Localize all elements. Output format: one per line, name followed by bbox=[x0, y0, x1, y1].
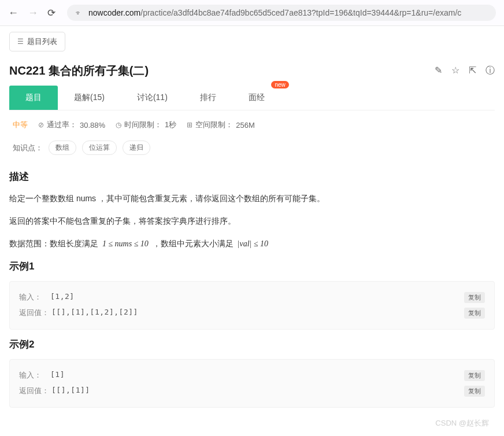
meta-row: 中等 ⊘ 通过率： 30.88% ◷ 时间限制： 1秒 ⊞ 空间限制： 256M bbox=[9, 120, 495, 130]
example-1-block: 输入： [1,2] 复制 返回值： [[],[1],[1,2],[2]] 复制 bbox=[9, 281, 495, 330]
copy-button[interactable]: 复制 bbox=[464, 386, 485, 397]
math-range-1: 1 ≤ nums ≤ 10 bbox=[101, 239, 150, 248]
example-input-value: [1] bbox=[50, 370, 65, 380]
example-input-label: 输入： bbox=[19, 370, 48, 380]
example-return-value: [[],[1],[1,2],[2]] bbox=[51, 308, 138, 318]
site-info-icon: ᯤ bbox=[75, 9, 83, 17]
title-actions: ✎ ☆ ⇱ ⓘ bbox=[435, 65, 495, 77]
problem-list-button[interactable]: ☰ 题目列表 bbox=[9, 32, 65, 51]
copy-button[interactable]: 复制 bbox=[464, 292, 485, 303]
page-title: NC221 集合的所有子集(二) bbox=[9, 63, 149, 79]
page-content: ☰ 题目列表 NC221 集合的所有子集(二) ✎ ☆ ⇱ ⓘ 题目 题解(15… bbox=[0, 26, 504, 436]
copy-button[interactable]: 复制 bbox=[464, 370, 485, 381]
watermark: CSDN @赵长辉 bbox=[9, 408, 495, 431]
list-icon: ☰ bbox=[17, 38, 24, 46]
example-return-label: 返回值： bbox=[19, 308, 49, 318]
description-heading: 描述 bbox=[9, 170, 495, 183]
reload-button[interactable]: ⟳ bbox=[47, 7, 55, 19]
title-row: NC221 集合的所有子集(二) ✎ ☆ ⇱ ⓘ bbox=[9, 63, 495, 79]
star-icon[interactable]: ☆ bbox=[451, 65, 459, 77]
pass-rate: ⊘ 通过率： 30.88% bbox=[38, 120, 105, 130]
check-icon: ⊘ bbox=[38, 121, 44, 129]
knowledge-row: 知识点： 数组 位运算 递归 bbox=[9, 141, 495, 155]
copy-button[interactable]: 复制 bbox=[464, 308, 485, 319]
browser-toolbar: ← → ⟳ ᯤ nowcoder.com/practice/a3dfd4bc8a… bbox=[0, 0, 504, 26]
example-input-value: [1,2] bbox=[50, 292, 75, 302]
tag-recursion[interactable]: 递归 bbox=[123, 141, 150, 155]
tabs: 题目 题解(15) 讨论(11) 排行 面经 new bbox=[9, 86, 495, 110]
math-range-2: |val| ≤ 10 bbox=[236, 239, 270, 248]
tab-discussions[interactable]: 讨论(11) bbox=[121, 86, 184, 110]
description-p3: 数据范围：数组长度满足 1 ≤ nums ≤ 10 ，数组中元素大小满足 |va… bbox=[9, 237, 495, 251]
example-1-heading: 示例1 bbox=[9, 260, 495, 273]
tag-bit[interactable]: 位运算 bbox=[82, 141, 117, 155]
example-line: 返回值： [[],[1],[1,2],[2]] 复制 bbox=[19, 305, 485, 321]
knowledge-label: 知识点： bbox=[13, 143, 43, 153]
tag-array[interactable]: 数组 bbox=[49, 141, 76, 155]
time-limit: ◷ 时间限制： 1秒 bbox=[116, 120, 176, 130]
memory-icon: ⊞ bbox=[187, 121, 192, 129]
clock-icon: ◷ bbox=[116, 121, 121, 129]
back-button[interactable]: ← bbox=[8, 7, 18, 19]
space-limit: ⊞ 空间限制： 256M bbox=[187, 120, 255, 130]
new-badge: new bbox=[271, 81, 288, 88]
example-2-heading: 示例2 bbox=[9, 338, 495, 351]
example-2-block: 输入： [1] 复制 返回值： [[],[1]] 复制 bbox=[9, 359, 495, 408]
tab-interview[interactable]: 面经 new bbox=[232, 86, 281, 110]
url-bar[interactable]: ᯤ nowcoder.com/practice/a3dfd4bc8ae74fad… bbox=[67, 5, 496, 21]
edit-icon[interactable]: ✎ bbox=[435, 65, 442, 77]
example-return-value: [[],[1]] bbox=[51, 386, 90, 396]
share-icon[interactable]: ⇱ bbox=[469, 65, 476, 77]
tab-solutions[interactable]: 题解(15) bbox=[58, 86, 121, 110]
example-line: 返回值： [[],[1]] 复制 bbox=[19, 383, 485, 399]
example-return-label: 返回值： bbox=[19, 386, 49, 396]
problem-list-label: 题目列表 bbox=[27, 36, 57, 47]
difficulty-badge: 中等 bbox=[13, 120, 28, 130]
tab-problem[interactable]: 题目 bbox=[9, 86, 58, 110]
example-input-label: 输入： bbox=[19, 292, 48, 302]
url-path: /practice/a3dfd4bc8ae74fad9bc65d5ced7ae8… bbox=[140, 8, 461, 17]
description-p2: 返回的答案中不能包含重复的子集，将答案按字典序进行排序。 bbox=[9, 214, 495, 228]
tab-ranking[interactable]: 排行 bbox=[184, 86, 232, 110]
info-icon[interactable]: ⓘ bbox=[486, 65, 495, 77]
example-line: 输入： [1] 复制 bbox=[19, 368, 485, 383]
url-domain: nowcoder.com bbox=[88, 8, 140, 17]
description-p1: 给定一个整数数组 nums ，其中可能包含重复元素，请你返回这个数组的所有可能子… bbox=[9, 191, 495, 206]
example-line: 输入： [1,2] 复制 bbox=[19, 290, 485, 305]
forward-button[interactable]: → bbox=[28, 7, 38, 19]
